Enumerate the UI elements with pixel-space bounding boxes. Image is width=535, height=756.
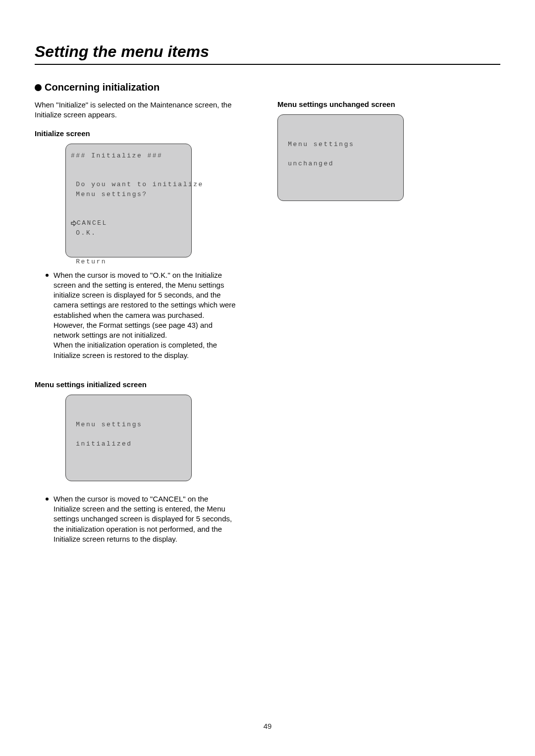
screen1-ok: O.K. — [76, 229, 96, 237]
title-rule — [35, 64, 500, 65]
initialize-screen: ### Initialize ### Do you want to initia… — [65, 144, 192, 257]
screen1-return: Return — [76, 258, 107, 265]
screen1-cancel: CANCEL — [77, 219, 107, 227]
arrow-right-icon — [71, 220, 77, 226]
unchanged-screen: Menu settings unchanged — [277, 114, 404, 201]
initialized-screen-label: Menu settings initialized screen — [35, 380, 258, 389]
section-heading-row: Concerning initialization — [35, 82, 500, 93]
left-column: When "Initialize" is selected on the Mai… — [35, 100, 258, 564]
bullet-icon — [35, 84, 42, 91]
screen2-line1: Menu settings — [76, 421, 142, 428]
screen3-line2: unchanged — [288, 160, 334, 167]
screen1-prompt-1: Do you want to initialize — [76, 181, 204, 188]
bullet-icon — [46, 274, 49, 277]
section-heading: Concerning initialization — [45, 82, 160, 93]
paragraph-2-block: When the cursor is moved to "CANCEL" on … — [46, 494, 258, 544]
page-content: Setting the menu items Concerning initia… — [0, 0, 535, 564]
screen2-line2: initialized — [76, 440, 132, 448]
columns: When "Initialize" is selected on the Mai… — [35, 100, 500, 564]
page-number: 49 — [0, 722, 535, 730]
page-title: Setting the menu items — [35, 43, 500, 61]
bullet-icon — [46, 498, 49, 501]
screen1-prompt-2: Menu settings? — [76, 191, 147, 198]
initialize-screen-label: Initialize screen — [35, 129, 258, 138]
intro-text: When "Initialize" is selected on the Mai… — [35, 100, 258, 120]
screen3-line1: Menu settings — [288, 141, 354, 148]
unchanged-screen-label: Menu settings unchanged screen — [277, 100, 500, 108]
initialized-screen: Menu settings initialized — [65, 395, 192, 481]
right-column: Menu settings unchanged screen Menu sett… — [277, 100, 500, 564]
paragraph-2: When the cursor is moved to "CANCEL" on … — [54, 494, 237, 544]
screen1-title: ### Initialize ### — [71, 152, 162, 159]
paragraph-1-block: When the cursor is moved to "O.K." on th… — [46, 270, 258, 360]
paragraph-1: When the cursor is moved to "O.K." on th… — [54, 270, 237, 360]
